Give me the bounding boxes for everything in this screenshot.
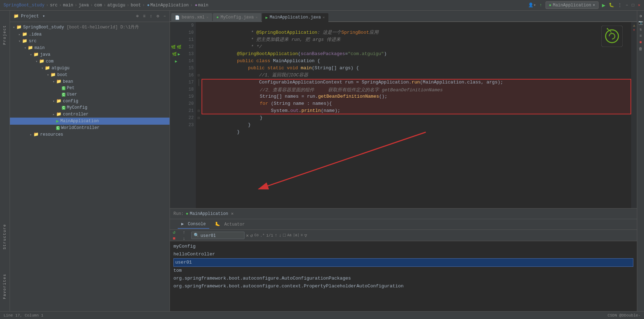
- tree-label-atguigu: atguigu: [52, 66, 69, 71]
- case-sensitive-icon[interactable]: Aa: [287, 233, 291, 237]
- breadcrumb-java[interactable]: java: [79, 3, 89, 8]
- actuator-icon: 🦶: [215, 222, 220, 227]
- output-tom[interactable]: tom: [173, 267, 633, 275]
- run-config[interactable]: ● MainApplication ▾: [546, 1, 598, 9]
- tab-myconfig[interactable]: ● MyConfig.java ✕: [213, 13, 261, 22]
- breadcrumb-main[interactable]: main: [63, 3, 73, 8]
- breadcrumb-mainapplication[interactable]: MainApplication: [150, 3, 189, 8]
- minimize-icon[interactable]: –: [626, 3, 628, 8]
- up-arrow-icon[interactable]: ↑: [183, 230, 190, 235]
- project-sort-icon[interactable]: ↕: [150, 14, 152, 19]
- prev-match-icon[interactable]: ↑: [275, 233, 278, 238]
- project-settings-icon[interactable]: ⚙: [157, 13, 159, 19]
- breadcrumb-com[interactable]: com: [94, 3, 102, 8]
- right-icon-5[interactable]: ■: [639, 40, 642, 44]
- close-window-icon[interactable]: ✕: [638, 2, 640, 8]
- next-match-icon[interactable]: ↓: [279, 233, 282, 238]
- tree-item-pet[interactable]: ▸ C Pet: [10, 85, 170, 91]
- clear-search-icon[interactable]: ✕: [246, 233, 249, 238]
- structure-label[interactable]: Structure: [3, 224, 7, 249]
- breadcrumb-springboot[interactable]: SpringBoot_study: [4, 3, 44, 8]
- more-actions[interactable]: ⋮: [618, 2, 622, 8]
- rerun-icon[interactable]: ↺: [173, 229, 180, 235]
- tree-item-controller[interactable]: ▸ 📁 controller: [10, 111, 170, 118]
- output-myconfig[interactable]: myConfig: [173, 243, 633, 250]
- stop-icon[interactable]: ■: [173, 236, 180, 241]
- output-hellocontroller[interactable]: helloController: [173, 250, 633, 258]
- breadcrumb-boot[interactable]: boot: [131, 3, 141, 8]
- tree-item-config[interactable]: ▾ 📁 config: [10, 98, 170, 104]
- tree-item-src[interactable]: ▾ 📁 src: [10, 38, 170, 44]
- right-icon-3[interactable]: ⇅: [639, 27, 642, 32]
- tab-close-mainapplication[interactable]: ✕: [323, 15, 325, 20]
- folder-icon-resources: 📁: [33, 132, 39, 137]
- project-hide-icon[interactable]: –: [163, 14, 166, 19]
- project-collapse-icon[interactable]: ≡: [143, 14, 145, 19]
- search-type-icon[interactable]: Co: [254, 233, 259, 237]
- vcs-icon[interactable]: ↑: [540, 3, 542, 8]
- tree-item-java[interactable]: ▾ 📁 java: [10, 51, 170, 58]
- keep-visible-icon[interactable]: □: [283, 233, 286, 238]
- maximize-icon[interactable]: □: [632, 3, 634, 8]
- right-icon-2[interactable]: 📷: [638, 20, 643, 25]
- search-box[interactable]: 🔍: [191, 232, 245, 239]
- run-tab-actuator[interactable]: 🦶 Actuator: [211, 220, 248, 228]
- project-scope-icon[interactable]: ⊕: [136, 13, 139, 19]
- project-dropdown[interactable]: ▾: [42, 13, 45, 19]
- favorites-label[interactable]: Favorites: [3, 274, 7, 299]
- tree-item-main[interactable]: ▾ 📁 main: [10, 44, 170, 51]
- search-input[interactable]: [200, 233, 243, 238]
- tree-label-myconfig: MyConfig: [67, 105, 87, 110]
- tree-item-root[interactable]: ▾ 📁 SpringBoot_study [boot-01-helloworld…: [10, 23, 170, 31]
- word-icon[interactable]: |a|: [293, 233, 299, 237]
- tree-item-mainapplication[interactable]: ▸ ▶ MainApplication: [10, 118, 170, 125]
- right-icon-6[interactable]: 🗑: [639, 47, 643, 51]
- right-icon-4[interactable]: ≡: [639, 34, 642, 38]
- down-arrow-icon[interactable]: ↓: [183, 236, 190, 241]
- run-button[interactable]: ▶: [602, 2, 606, 9]
- run-panel: Run: ● MainApplication ✕ ▶ Console 🦶 Act…: [170, 208, 637, 311]
- run-panel-close[interactable]: ✕: [231, 211, 234, 216]
- tab-beansxml[interactable]: 📄 beans.xml ✕: [171, 13, 212, 22]
- tab-close-myconfig[interactable]: ✕: [256, 15, 258, 20]
- left-console-icons: ↺ ■: [173, 229, 180, 241]
- tree-item-idea[interactable]: ▸ 📁 .idea: [10, 31, 170, 38]
- folder-icon-controller: 📁: [56, 112, 61, 117]
- tree-item-bean[interactable]: ▾ 📁 bean: [10, 78, 170, 85]
- tree-item-resources[interactable]: ▸ 📁 resources: [10, 131, 170, 138]
- tree-item-user[interactable]: ▸ C User: [10, 91, 170, 98]
- output-autoconfig1[interactable]: org.springframework.boot.autoconfigure.A…: [173, 275, 633, 282]
- project-tree: ▾ 📁 SpringBoot_study [boot-01-helloworld…: [10, 22, 170, 311]
- profile-icon[interactable]: 👤▾: [528, 2, 536, 8]
- breadcrumb-main-method[interactable]: main: [198, 3, 208, 8]
- breadcrumb-src[interactable]: src: [50, 3, 58, 8]
- right-icon-1[interactable]: ◑: [639, 13, 642, 18]
- line-num-22: 22: [182, 114, 194, 121]
- output-autoconfig2[interactable]: org.springframework.boot.autoconfigure.c…: [173, 282, 633, 290]
- status-left: Line 17, Column 1: [4, 313, 43, 318]
- tab-close-beansxml[interactable]: ✕: [206, 15, 209, 20]
- svg-rect-0: [601, 26, 623, 47]
- project-icon-btn[interactable]: Project: [3, 25, 7, 45]
- right-scrollbar[interactable]: ⚠ ✕: [631, 22, 637, 208]
- regex-icon[interactable]: .*: [260, 233, 265, 238]
- tree-item-worldcontroller[interactable]: ▸ C WorldController: [10, 125, 170, 131]
- tree-item-myconfig[interactable]: ▸ C MyConfig: [10, 104, 170, 111]
- tree-item-boot[interactable]: ▾ 📁 boot: [10, 71, 170, 78]
- tree-label-worldcontroller: WorldController: [61, 125, 100, 130]
- breadcrumb-atguigu[interactable]: atguigu: [107, 3, 125, 8]
- tab-mainapplication[interactable]: ▶ MainApplication.java ✕: [262, 13, 328, 22]
- output-user01[interactable]: user01: [173, 258, 633, 267]
- search-back-icon[interactable]: ↺: [250, 233, 253, 238]
- run-gutter-icon-14[interactable]: ▶: [175, 59, 177, 64]
- filter-icon[interactable]: ▽: [304, 233, 307, 238]
- run-gutter-icon-13[interactable]: ▶: [178, 52, 180, 56]
- tab-label-myconfig: MyConfig.java: [220, 15, 254, 20]
- tree-item-com[interactable]: ▾ 📁 com: [10, 58, 170, 65]
- code-editor[interactable]: * @SpringBootApplication: 这是一个SpringBoot…: [202, 22, 631, 208]
- debug-button[interactable]: 🐛: [609, 2, 614, 8]
- line-num-9: 9: [182, 22, 194, 29]
- run-tab-console[interactable]: ▶ Console: [178, 220, 209, 229]
- tree-item-atguigu[interactable]: ▾ 📁 atguigu: [10, 65, 170, 71]
- toolbar-icon-1[interactable]: ≡: [301, 233, 303, 237]
